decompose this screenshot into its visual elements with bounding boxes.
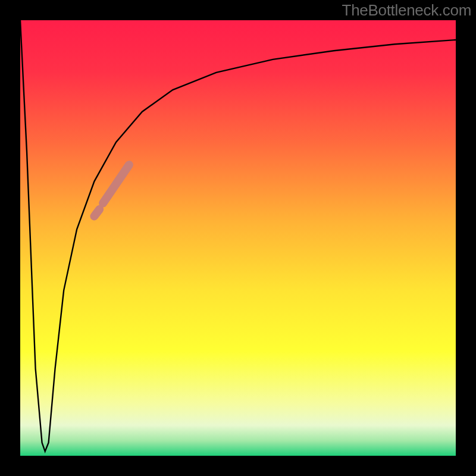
segment-lower	[94, 209, 99, 217]
watermark-text: TheBottleneck.com	[342, 1, 471, 20]
plot-background	[20, 20, 456, 456]
chart-container: TheBottleneck.com	[0, 0, 476, 476]
chart-svg	[0, 0, 476, 476]
